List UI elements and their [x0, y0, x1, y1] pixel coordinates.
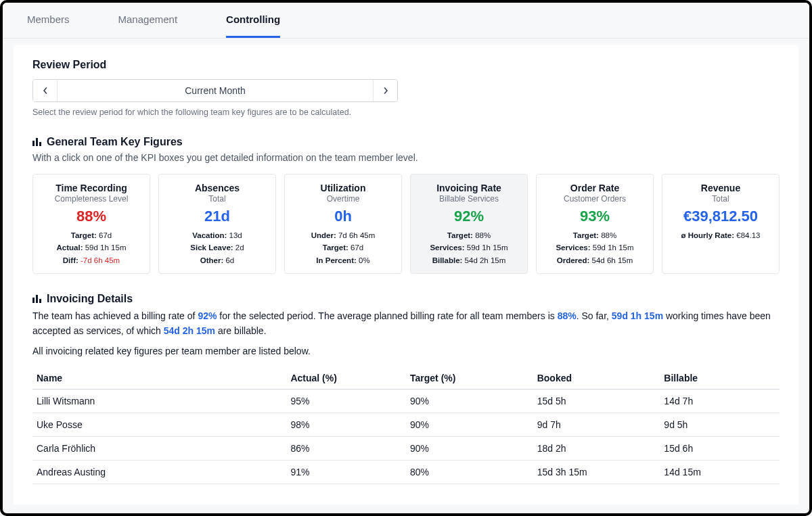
- cell-name: Uke Posse: [32, 413, 286, 436]
- kpi-line: Vacation: 13d: [164, 229, 270, 241]
- tab-bar: Members Management Controlling: [3, 3, 809, 39]
- kpi-value: 93%: [542, 208, 648, 225]
- highlight-billing-rate: 92%: [198, 310, 217, 321]
- cell-target: 80%: [406, 460, 533, 484]
- highlight-billable-time: 54d 2h 15m: [164, 325, 215, 336]
- cell-target: 90%: [406, 436, 533, 460]
- kpi-line: Target: 67d: [39, 229, 144, 241]
- cell-name: Andreas Austing: [32, 460, 286, 484]
- kpi-subtitle: Overtime: [290, 194, 396, 204]
- highlight-target-rate: 88%: [558, 310, 577, 321]
- cell-actual: 95%: [286, 389, 406, 413]
- cell-booked: 15d 3h 15m: [533, 460, 660, 484]
- review-period-title: Review Period: [32, 59, 780, 71]
- kpi-line: ø Hourly Rate: €84.13: [668, 229, 773, 241]
- kpi-subtitle: Total: [668, 194, 773, 204]
- invoicing-details-text: The team has achieved a billing rate of …: [32, 309, 780, 338]
- kpi-value: 21d: [164, 208, 270, 225]
- kpi-title: Utilization: [290, 183, 396, 193]
- highlight-services-time: 59d 1h 15m: [612, 310, 663, 321]
- invoicing-details-sub: All invoicing related key figures per te…: [32, 346, 780, 356]
- kpi-subtitle: Customer Orders: [542, 194, 648, 204]
- cell-target: 90%: [406, 389, 533, 413]
- kpi-card[interactable]: Revenue Total €39,812.50 ø Hourly Rate: …: [662, 174, 780, 274]
- cell-booked: 15d 5h: [533, 389, 660, 413]
- kpi-line: In Percent: 0%: [290, 254, 396, 266]
- general-kpi-title: General Team Key Figures: [32, 136, 780, 148]
- kpi-line: Services: 59d 1h 15m: [416, 241, 522, 254]
- period-prev-button[interactable]: [33, 80, 58, 101]
- table-row: Lilli Witsmann 95% 90% 15d 5h 14d 7h: [32, 389, 780, 413]
- kpi-card[interactable]: Order Rate Customer Orders 93% Target: 8…: [536, 174, 654, 274]
- col-actual: Actual (%): [286, 367, 406, 390]
- kpi-card[interactable]: Time Recording Completeness Level 88% Ta…: [32, 174, 150, 274]
- invoicing-details-title-text: Invoicing Details: [47, 293, 133, 305]
- kpi-line: Target: 67d: [290, 241, 396, 254]
- col-billable: Billable: [660, 367, 780, 390]
- col-booked: Booked: [533, 367, 660, 390]
- content-panel: Review Period Current Month Select the r…: [14, 45, 798, 505]
- tab-members[interactable]: Members: [27, 3, 70, 38]
- cell-billable: 14d 7h: [660, 389, 780, 413]
- review-period-help: Select the review period for which the f…: [32, 108, 780, 117]
- cell-booked: 9d 7h: [533, 413, 660, 436]
- kpi-title: Time Recording: [39, 183, 144, 193]
- kpi-value: 0h: [290, 208, 396, 225]
- kpi-title: Invoicing Rate: [416, 183, 522, 193]
- cell-actual: 98%: [286, 413, 406, 436]
- col-name: Name: [32, 367, 286, 390]
- cell-name: Lilli Witsmann: [32, 389, 286, 413]
- table-row: Andreas Austing 91% 80% 15d 3h 15m 14d 1…: [32, 460, 780, 484]
- kpi-card[interactable]: Invoicing Rate Billable Services 92% Tar…: [410, 174, 528, 274]
- general-kpi-help: With a click on one of the KPI boxes you…: [32, 152, 780, 163]
- kpi-title: Order Rate: [542, 183, 648, 193]
- cell-actual: 91%: [286, 460, 406, 484]
- cell-billable: 14d 15m: [660, 460, 780, 484]
- chevron-left-icon: [42, 85, 49, 96]
- kpi-value: 92%: [416, 208, 522, 225]
- kpi-subtitle: Total: [164, 194, 270, 204]
- table-row: Carla Fröhlich 86% 90% 18d 2h 15d 6h: [32, 436, 780, 460]
- cell-actual: 86%: [286, 436, 406, 460]
- kpi-subtitle: Completeness Level: [39, 194, 144, 204]
- kpi-value: 88%: [39, 208, 144, 225]
- kpi-title: Revenue: [668, 183, 773, 193]
- tab-management[interactable]: Management: [118, 3, 178, 38]
- cell-target: 90%: [406, 413, 533, 436]
- period-value[interactable]: Current Month: [58, 80, 373, 101]
- kpi-line: Under: 7d 6h 45m: [290, 229, 396, 241]
- kpi-row: Time Recording Completeness Level 88% Ta…: [32, 174, 780, 274]
- kpi-line: Target: 88%: [416, 229, 522, 241]
- app-frame: Members Management Controlling Review Pe…: [0, 0, 812, 516]
- kpi-line: Diff: -7d 6h 45m: [39, 254, 144, 266]
- cell-billable: 9d 5h: [660, 413, 780, 436]
- table-row: Uke Posse 98% 90% 9d 7h 9d 5h: [32, 413, 780, 436]
- general-kpi-title-text: General Team Key Figures: [47, 136, 183, 148]
- chevron-right-icon: [382, 85, 389, 96]
- kpi-line: Target: 88%: [542, 229, 648, 241]
- kpi-value: €39,812.50: [668, 208, 773, 225]
- bar-chart-icon: [32, 138, 41, 146]
- cell-booked: 18d 2h: [533, 436, 660, 460]
- kpi-line: Services: 59d 1h 15m: [542, 241, 648, 254]
- invoicing-details-title: Invoicing Details: [32, 293, 780, 305]
- kpi-subtitle: Billable Services: [416, 194, 522, 204]
- cell-name: Carla Fröhlich: [32, 436, 286, 460]
- invoicing-table: Name Actual (%) Target (%) Booked Billab…: [32, 367, 780, 484]
- bar-chart-icon: [32, 295, 41, 303]
- col-target: Target (%): [406, 367, 533, 390]
- period-selector: Current Month: [32, 79, 398, 102]
- kpi-line: Ordered: 54d 6h 15m: [542, 254, 648, 266]
- kpi-line: Other: 6d: [164, 254, 270, 266]
- kpi-line: Billable: 54d 2h 15m: [416, 254, 522, 266]
- period-next-button[interactable]: [373, 80, 397, 101]
- kpi-line: Actual: 59d 1h 15m: [39, 241, 144, 254]
- kpi-line: Sick Leave: 2d: [164, 241, 270, 254]
- cell-billable: 15d 6h: [660, 436, 780, 460]
- kpi-card[interactable]: Absences Total 21d Vacation: 13dSick Lea…: [158, 174, 276, 274]
- kpi-card[interactable]: Utilization Overtime 0h Under: 7d 6h 45m…: [284, 174, 402, 274]
- table-header-row: Name Actual (%) Target (%) Booked Billab…: [32, 367, 780, 390]
- tab-controlling[interactable]: Controlling: [226, 3, 280, 38]
- kpi-title: Absences: [164, 183, 270, 193]
